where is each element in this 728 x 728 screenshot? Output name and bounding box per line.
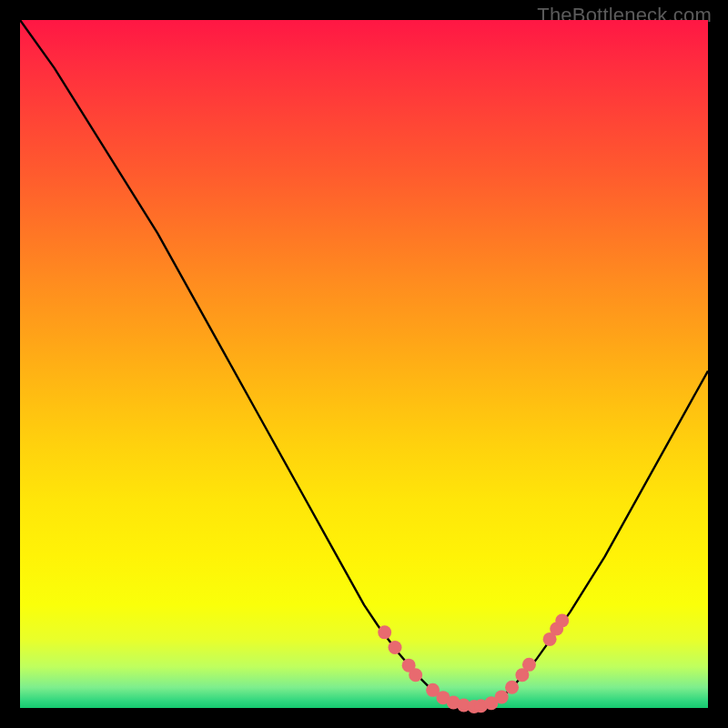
data-point bbox=[378, 625, 391, 639]
data-point bbox=[389, 641, 402, 654]
chart-svg bbox=[20, 20, 708, 708]
bottleneck-curve bbox=[20, 20, 708, 706]
plot-area bbox=[20, 20, 708, 708]
chart-container: TheBottleneck.com bbox=[0, 0, 728, 728]
data-point bbox=[555, 613, 569, 627]
data-point bbox=[495, 690, 509, 703]
data-point bbox=[522, 658, 536, 672]
data-point bbox=[505, 681, 519, 694]
data-point bbox=[409, 668, 422, 682]
